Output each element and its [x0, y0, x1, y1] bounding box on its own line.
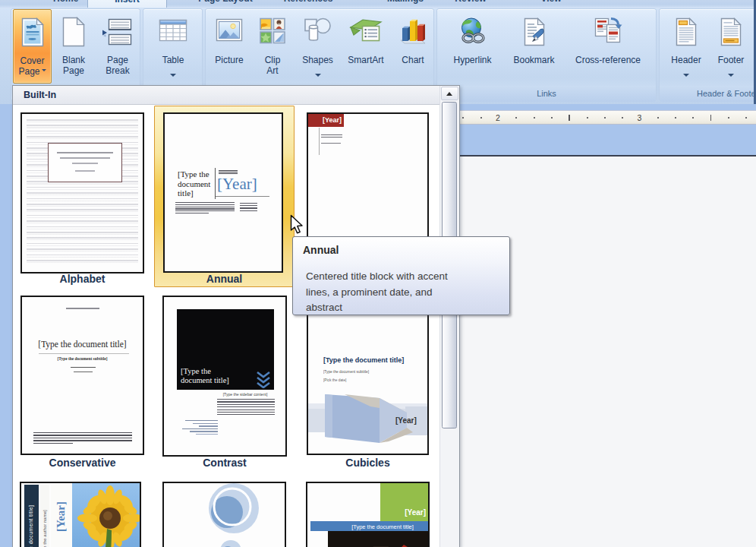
- picture-button[interactable]: Picture: [210, 9, 248, 84]
- word-application-window: Home Insert Page Layout References Maili…: [0, 0, 756, 547]
- tab-home[interactable]: Home: [43, 0, 83, 8]
- hyperlink-button[interactable]: Hyperlink: [444, 9, 501, 84]
- clip-art-button[interactable]: Clip Art: [254, 9, 291, 84]
- gallery-section-header: Built-In: [13, 86, 459, 105]
- cross-reference-button[interactable]: Cross-reference: [567, 9, 649, 84]
- contrast-chevrons: [255, 371, 272, 388]
- header-footer-group-caption: Header & Footer: [660, 86, 756, 102]
- table-dropdown-arrow-icon: [170, 74, 176, 80]
- exposure-photo: [72, 483, 141, 547]
- tab-view-label: View: [540, 0, 561, 4]
- tab-mailings-label: Mailings: [387, 0, 424, 4]
- bookmark-button[interactable]: Bookmark: [506, 9, 562, 84]
- shapes-button[interactable]: Shapes: [297, 9, 339, 84]
- links-group-caption: Links: [437, 86, 656, 102]
- header-dropdown-arrow-icon: [683, 74, 689, 80]
- tooltip-title: Annual: [303, 244, 339, 256]
- motion-thumbnail: [Year] [Type the document title]: [306, 482, 430, 547]
- header-label: Header: [664, 55, 708, 65]
- ruler-eighth-dot: [534, 117, 535, 119]
- annual-label: Annual: [154, 273, 295, 285]
- alphabet-thumbnail: [20, 112, 144, 274]
- mouse-cursor: [290, 214, 304, 236]
- smartart-label: SmartArt: [342, 55, 389, 65]
- ruler-half-inch-tick: [710, 115, 712, 121]
- picture-icon: [214, 17, 244, 49]
- tooltip-line-3: abstract: [306, 302, 342, 313]
- smartart-icon: [349, 17, 383, 49]
- bookmark-label: Bookmark: [506, 55, 562, 65]
- tooltip-line-1: Centered title block with accent: [306, 270, 448, 282]
- exposure-thumbnail: [Type the document title] [Type the auth…: [20, 482, 141, 547]
- tab-review-label: Review: [455, 0, 486, 4]
- tab-mailings[interactable]: Mailings: [374, 0, 436, 8]
- blank-page-button[interactable]: Blank Page: [55, 9, 93, 84]
- contrast-label: Contrast: [162, 457, 287, 469]
- tab-references[interactable]: References: [270, 0, 346, 8]
- hyperlink-icon: [457, 17, 489, 50]
- ruler-number-2: 2: [496, 113, 500, 122]
- mod-circles: [164, 483, 285, 547]
- gallery-scrollbar[interactable]: [439, 86, 459, 547]
- tab-page-layout-label: Page Layout: [198, 0, 252, 4]
- ruler-half-inch-tick: [569, 115, 570, 121]
- shapes-icon: [303, 17, 333, 49]
- cross-reference-label: Cross-reference: [567, 55, 649, 65]
- ruler-eighth-dot: [515, 117, 517, 119]
- tab-home-label: Home: [53, 0, 78, 4]
- footer-label: Footer: [710, 55, 751, 65]
- cover-page-label: Cover Page: [14, 55, 51, 77]
- motion-photo: [328, 531, 430, 547]
- page-break-icon: [102, 17, 134, 50]
- header-icon: [673, 17, 700, 50]
- ruler-eighth-dot: [551, 117, 553, 119]
- cover-page-button[interactable]: Cover Page: [13, 9, 52, 84]
- annual-thumbnail: [Type the document title] [Year]: [163, 112, 283, 273]
- tab-page-layout[interactable]: Page Layout: [183, 0, 268, 8]
- chart-icon: [398, 17, 428, 49]
- footer-button[interactable]: Footer: [710, 9, 751, 84]
- alphabet-label: Alphabet: [20, 273, 144, 285]
- conservative-thumbnail: [Type the document title] [Type the docu…: [20, 296, 144, 455]
- mod-thumbnail: [162, 482, 286, 547]
- gallery-scroll-up-button[interactable]: [441, 87, 458, 100]
- ruler-eighth-dot: [745, 117, 747, 119]
- contrast-thumbnail: [Type the document title] [Type the side…: [162, 296, 287, 457]
- tab-review[interactable]: Review: [443, 0, 498, 8]
- cubicles-label: Cubicles: [307, 457, 429, 469]
- blank-page-icon: [61, 17, 87, 50]
- ruler-number-3: 3: [638, 113, 642, 122]
- tab-view[interactable]: View: [524, 0, 578, 8]
- hyperlink-label: Hyperlink: [444, 55, 501, 65]
- clip-art-icon: [258, 17, 287, 49]
- ruler-eighth-dot: [675, 117, 676, 119]
- ruler-eighth-dot: [692, 117, 694, 119]
- bookmark-icon: [520, 17, 549, 50]
- page-break-button[interactable]: Page Break: [96, 9, 140, 84]
- cross-reference-icon: [591, 17, 625, 50]
- clip-art-label: Clip Art: [254, 55, 291, 76]
- ruler-eighth-dot: [587, 117, 588, 119]
- annual-supertooltip: Annual Centered title block with accent …: [292, 236, 510, 315]
- tooltip-line-2: lines, a prominent date, and: [306, 286, 433, 298]
- ruler-eighth-dot: [622, 117, 623, 119]
- ruler-eighth-dot: [462, 117, 464, 119]
- cover-page-gallery-dropdown: Built-In Alphabet [Type the document tit…: [12, 85, 460, 547]
- table-button[interactable]: Table: [149, 9, 197, 84]
- smartart-button[interactable]: SmartArt: [342, 9, 389, 84]
- cubicles-thumbnail: [Type the document title] [Type the docu…: [307, 296, 429, 455]
- tab-insert[interactable]: Insert: [87, 0, 167, 8]
- ribbon-tab-strip: Home Insert Page Layout References Maili…: [0, 0, 756, 8]
- ruler-eighth-dot: [604, 117, 606, 119]
- chart-button[interactable]: Chart: [393, 9, 433, 84]
- header-button[interactable]: Header: [664, 9, 708, 84]
- ruler-eighth-dot: [480, 117, 482, 119]
- chart-label: Chart: [393, 55, 433, 65]
- shapes-dropdown-arrow-icon: [315, 74, 321, 80]
- table-icon: [158, 17, 188, 49]
- footer-icon: [717, 17, 745, 50]
- blank-page-label: Blank Page: [55, 55, 93, 76]
- cover-page-icon: [19, 17, 46, 51]
- ruler-eighth-dot: [657, 117, 659, 119]
- page-break-label: Page Break: [96, 55, 140, 76]
